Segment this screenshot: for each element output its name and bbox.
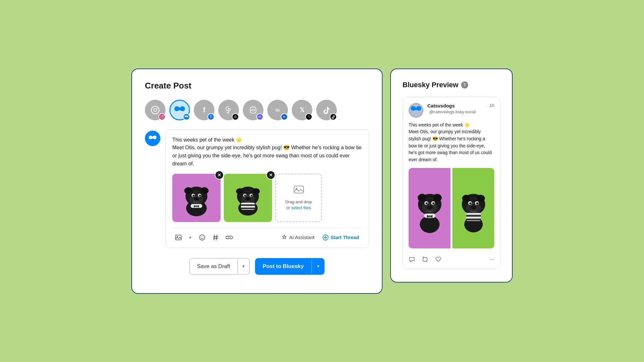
preview-post: Catsvsdogs @catsvsdogs.bsky.social · 1h … [402, 97, 500, 269]
preview-display-name: Catsvsdogs [427, 103, 455, 108]
post-text-area[interactable]: This weeks pet of the week 🌟 Meet Otis, … [172, 136, 362, 168]
svg-point-1 [154, 108, 157, 111]
post-content-box: This weeks pet of the week 🌟 Meet Otis, … [166, 129, 369, 248]
action-buttons: Save as Draft ▾ Post to Bluesky ▾ [145, 258, 369, 275]
select-files-link[interactable]: select files [291, 205, 311, 210]
account-linkedin[interactable]: in in [267, 100, 288, 120]
svg-line-41 [214, 235, 215, 240]
svg-point-40 [203, 237, 204, 237]
svg-rect-33 [241, 208, 255, 209]
svg-point-29 [251, 195, 252, 197]
help-icon[interactable]: ? [461, 81, 468, 88]
preview-like-button[interactable] [435, 256, 441, 262]
selected-account-icon [145, 131, 160, 146]
image-upload-button[interactable] [172, 231, 185, 244]
svg-point-62 [429, 215, 431, 218]
svg-point-14 [193, 195, 194, 197]
svg-point-4 [161, 116, 163, 117]
svg-point-30 [245, 197, 251, 200]
preview-image-1 [409, 168, 450, 248]
svg-rect-75 [466, 218, 481, 220]
tiktok-badge [330, 113, 337, 120]
start-thread-button[interactable]: Start Thread [319, 232, 362, 243]
instagram-badge [158, 113, 166, 120]
drop-zone[interactable]: Drag and drop or select files [275, 174, 322, 222]
accounts-row: f f @ M [145, 100, 369, 120]
svg-point-16 [194, 197, 199, 200]
preview-avatar [409, 103, 423, 118]
svg-point-58 [427, 205, 432, 209]
linkedin-badge: in [281, 113, 288, 120]
post-area: This weeks pet of the week 🌟 Meet Otis, … [145, 129, 369, 248]
svg-rect-32 [241, 204, 255, 206]
preview-images [409, 168, 494, 248]
account-facebook[interactable]: f f [194, 100, 214, 120]
upload-icon [293, 185, 304, 197]
preview-title: Bluesky Preview ? [402, 81, 500, 89]
post-text-line2: Meet Otis, our grumpy yet incredibly sty… [172, 145, 362, 166]
account-tiktok[interactable] [316, 100, 337, 120]
save-draft-button[interactable]: Save as Draft [190, 259, 237, 274]
svg-point-48 [410, 104, 422, 117]
post-bluesky-dropdown[interactable]: ▾ [311, 259, 325, 273]
emoji-button[interactable] [196, 231, 208, 244]
svg-line-42 [216, 235, 217, 240]
save-draft-group: Save as Draft ▾ [189, 258, 250, 275]
svg-point-71 [476, 202, 478, 204]
remove-image-1-button[interactable]: ✕ [215, 171, 224, 180]
post-text-line1: This weeks pet of the week 🌟 [172, 137, 242, 143]
svg-point-28 [244, 195, 246, 197]
svg-point-56 [425, 202, 428, 204]
drop-zone-text: Drag and drop or select files [285, 199, 312, 211]
create-post-panel: Create Post [131, 69, 383, 294]
svg-point-49 [420, 216, 439, 233]
mastodon-badge: M [256, 113, 263, 120]
panel-title: Create Post [145, 81, 369, 91]
preview-panel: Bluesky Preview ? Catsvsdogs @catsvsdogs… [390, 69, 513, 283]
preview-repost-button[interactable] [421, 256, 429, 262]
svg-rect-36 [175, 235, 181, 240]
remove-image-2-button[interactable]: ✕ [266, 171, 275, 180]
svg-point-5 [163, 116, 163, 116]
facebook-badge: f [207, 113, 214, 120]
image-upload-dropdown[interactable]: ▾ [186, 231, 195, 244]
svg-point-20 [195, 205, 197, 207]
threads-badge: @ [232, 113, 239, 120]
image-thumb-2: ✕ [224, 174, 272, 222]
svg-point-39 [201, 237, 202, 237]
preview-handle: @catsvsdogs.bsky.social [429, 109, 476, 114]
preview-actions: ··· [409, 254, 494, 263]
save-draft-dropdown[interactable]: ▾ [237, 259, 249, 273]
post-toolbar: ▾ AI Assistant [172, 227, 362, 247]
preview-image-2 [452, 168, 494, 248]
svg-point-15 [199, 195, 201, 197]
account-threads[interactable]: @ [218, 100, 239, 120]
post-bluesky-group: Post to Bluesky ▾ [255, 258, 325, 275]
hashtag-button[interactable] [210, 231, 222, 244]
twitter-badge: 𝕏 [305, 113, 312, 120]
svg-rect-74 [466, 215, 481, 217]
svg-point-2 [157, 107, 158, 108]
svg-point-38 [200, 235, 205, 240]
preview-text: This weeks pet of the week 🌟 Meet Otis, … [409, 122, 494, 163]
account-bluesky[interactable] [169, 100, 190, 120]
account-instagram[interactable] [145, 100, 166, 120]
svg-point-70 [469, 202, 471, 204]
preview-reply-button[interactable] [409, 256, 415, 262]
link-button[interactable] [223, 231, 235, 244]
svg-point-0 [151, 106, 159, 114]
account-mastodon[interactable]: M [243, 100, 263, 120]
svg-point-6 [228, 113, 229, 114]
ai-assistant-button[interactable]: AI Assistant [278, 233, 317, 242]
account-twitter[interactable]: 𝕏 𝕏 [292, 100, 312, 120]
bluesky-badge [183, 113, 190, 120]
preview-header: Catsvsdogs @catsvsdogs.bsky.social · 1h [409, 103, 494, 118]
post-bluesky-button[interactable]: Post to Bluesky [255, 259, 312, 274]
ai-assistant-label: AI Assistant [289, 235, 314, 240]
images-row: ✕ [172, 174, 362, 222]
preview-user-info: Catsvsdogs @catsvsdogs.bsky.social [427, 103, 483, 115]
preview-more-button[interactable]: ··· [489, 256, 494, 263]
image-thumb-1: ✕ [172, 174, 221, 222]
start-thread-label: Start Thread [331, 235, 359, 240]
svg-point-72 [470, 205, 476, 209]
